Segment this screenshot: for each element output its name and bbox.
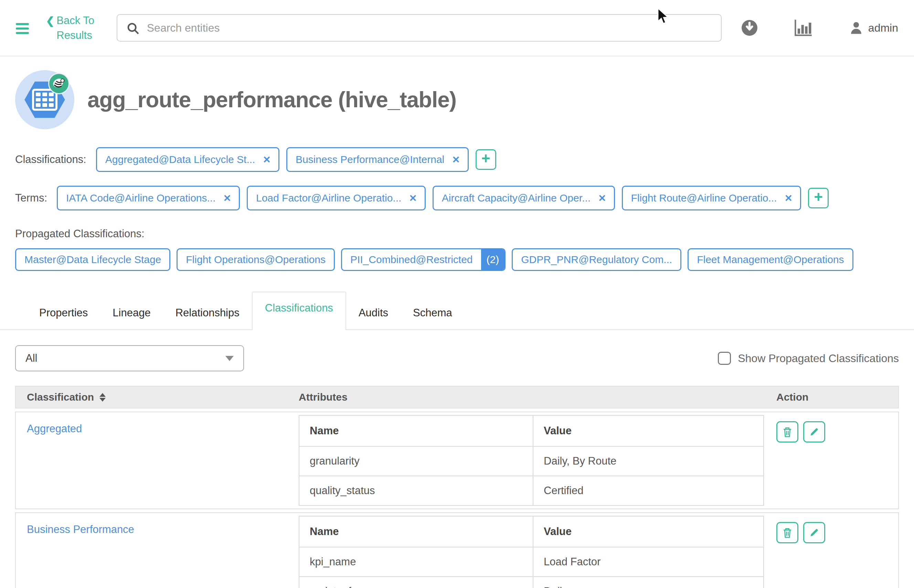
tab-relationships[interactable]: Relationships <box>163 297 252 330</box>
chip-label: Master@Data Lifecycle Stage <box>16 254 169 265</box>
classifications-table: Classification Attributes Action Aggrega… <box>15 386 899 588</box>
chip-label: Business Performance@Internal <box>287 154 448 165</box>
term-chip[interactable]: Aircraft Capacity@Airline Oper... ✕ <box>433 186 615 210</box>
term-chip[interactable]: IATA Code@Airline Operations... ✕ <box>57 186 240 210</box>
attr-value-header: Value <box>533 517 763 547</box>
back-to-results-link[interactable]: ❮ Back To Results <box>46 13 97 43</box>
show-propagated-checkbox[interactable] <box>718 352 731 365</box>
dropdown-caret-icon <box>225 356 234 361</box>
propagated-classification-chip[interactable]: Flight Operations@Operations <box>177 248 335 271</box>
chip-label: GDPR_PNR@Regulatory Com... <box>513 254 680 265</box>
sort-icon[interactable] <box>99 393 105 402</box>
download-icon[interactable] <box>741 19 758 36</box>
pencil-icon <box>809 427 819 437</box>
tab-audits[interactable]: Audits <box>346 297 400 330</box>
table-row: Business Performance Name Value kpi_name… <box>15 512 899 588</box>
username-label: admin <box>868 22 898 34</box>
tab-classifications[interactable]: Classifications <box>252 292 346 330</box>
classification-filter-select[interactable]: All <box>15 345 244 372</box>
page-title: agg_route_performance (hive_table) <box>88 87 456 112</box>
mouse-cursor <box>656 8 672 26</box>
classification-column-header: Classification <box>27 391 94 403</box>
edit-classification-button[interactable] <box>803 421 825 443</box>
attr-value: Certified <box>533 476 763 505</box>
classification-chip[interactable]: Business Performance@Internal ✕ <box>286 147 469 172</box>
chip-label: Aggregated@Data Lifecycle St... <box>97 154 259 165</box>
search-icon <box>126 22 140 37</box>
back-to-results-label: Back To Results <box>57 13 97 43</box>
top-navbar: ❮ Back To Results <box>0 0 914 57</box>
propagated-classifications-label: Propagated Classifications: <box>15 228 899 240</box>
table-row: Aggregated Name Value granularity Daily,… <box>15 412 899 509</box>
tab-lineage[interactable]: Lineage <box>100 297 163 330</box>
attr-name: quality_status <box>300 476 533 505</box>
chip-label: Load Factor@Airline Operatio... <box>248 192 405 204</box>
trash-icon <box>782 527 793 538</box>
chip-label: Flight Operations@Operations <box>178 254 334 265</box>
attr-name: granularity <box>300 447 533 476</box>
classification-link[interactable]: Business Performance <box>27 523 134 535</box>
pencil-icon <box>809 527 819 538</box>
remove-term-icon[interactable]: ✕ <box>781 192 800 204</box>
attributes-column-header: Attributes <box>299 391 764 403</box>
statistics-bar-chart-icon[interactable] <box>794 19 813 37</box>
propagated-classification-chip[interactable]: PII_Combined@Restricted (2) <box>341 248 506 271</box>
chip-label: Flight Route@Airline Operatio... <box>623 192 781 204</box>
attr-name: kpi_name <box>300 548 533 576</box>
delete-classification-button[interactable] <box>776 421 798 443</box>
show-propagated-label: Show Propagated Classifications <box>738 352 899 365</box>
hamburger-menu-icon[interactable] <box>16 23 30 34</box>
chip-label: IATA Code@Airline Operations... <box>58 192 220 204</box>
edit-classification-button[interactable] <box>803 522 825 543</box>
classifications-label: Classifications: <box>15 153 86 166</box>
add-term-button[interactable]: + <box>808 188 829 208</box>
classification-chip[interactable]: Aggregated@Data Lifecycle St... ✕ <box>96 147 279 172</box>
chip-label: PII_Combined@Restricted <box>342 254 481 265</box>
attr-value-header: Value <box>533 416 763 446</box>
user-icon <box>849 21 864 35</box>
search-input[interactable] <box>117 14 722 42</box>
remove-term-icon[interactable]: ✕ <box>220 192 239 204</box>
classification-link[interactable]: Aggregated <box>27 423 82 435</box>
back-chevron-icon: ❮ <box>46 14 54 43</box>
entity-type-icon <box>15 70 75 129</box>
remove-term-icon[interactable]: ✕ <box>595 192 614 204</box>
action-column-header: Action <box>764 391 898 403</box>
chip-label: Fleet Management@Operations <box>689 254 852 265</box>
delete-classification-button[interactable] <box>776 522 798 543</box>
add-classification-button[interactable]: + <box>476 149 496 170</box>
propagated-classification-chip[interactable]: Master@Data Lifecycle Stage <box>15 248 170 271</box>
term-chip[interactable]: Flight Route@Airline Operatio... ✕ <box>622 186 801 210</box>
attr-name: update_frequency <box>300 577 533 588</box>
attr-name-header: Name <box>300 517 533 547</box>
remove-term-icon[interactable]: ✕ <box>405 192 424 204</box>
remove-classification-icon[interactable]: ✕ <box>448 154 467 165</box>
term-chip[interactable]: Load Factor@Airline Operatio... ✕ <box>247 186 426 210</box>
propagated-classification-chip[interactable]: GDPR_PNR@Regulatory Com... <box>512 248 681 271</box>
entity-tabs: Properties Lineage Relationships Classif… <box>0 292 914 330</box>
terms-label: Terms: <box>15 192 47 204</box>
filter-selected-value: All <box>26 352 37 365</box>
chip-label: Aircraft Capacity@Airline Oper... <box>434 192 595 204</box>
attr-name-header: Name <box>300 416 533 446</box>
attr-value: Daily, By Route <box>533 447 763 476</box>
remove-classification-icon[interactable]: ✕ <box>259 154 278 165</box>
propagation-count-badge: (2) <box>481 249 505 270</box>
tab-properties[interactable]: Properties <box>27 297 100 330</box>
trash-icon <box>782 426 793 438</box>
hive-logo-badge <box>48 73 70 94</box>
user-menu[interactable]: admin <box>849 21 898 35</box>
attr-value: Daily <box>533 577 763 588</box>
tab-schema[interactable]: Schema <box>400 297 465 330</box>
attr-value: Load Factor <box>533 548 763 576</box>
propagated-classification-chip[interactable]: Fleet Management@Operations <box>687 248 853 271</box>
